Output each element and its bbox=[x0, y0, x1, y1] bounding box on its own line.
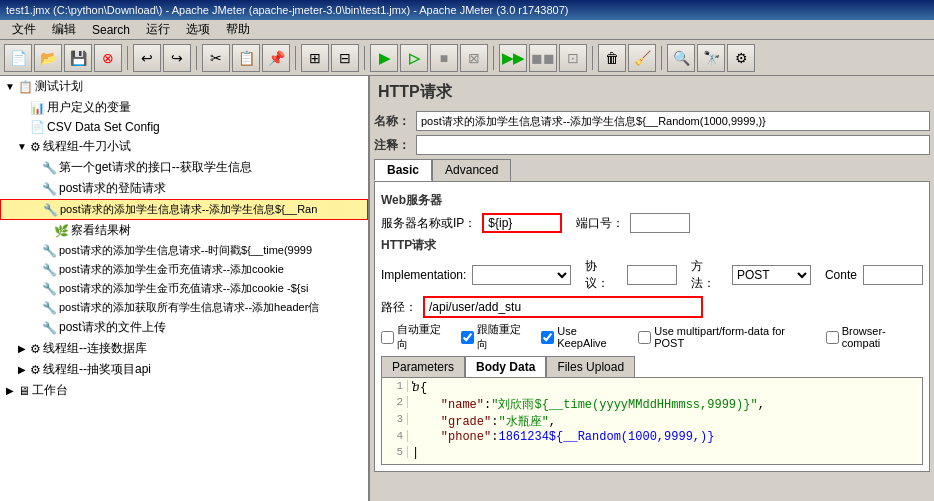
tab-parameters[interactable]: Parameters bbox=[381, 356, 465, 377]
server-input[interactable] bbox=[482, 213, 562, 233]
path-input[interactable] bbox=[423, 296, 703, 318]
stop-button[interactable]: ■ bbox=[430, 44, 458, 72]
tree-item-post-cookie2[interactable]: 🔧 post请求的添加学生金币充值请求--添加cookie -${si bbox=[0, 279, 368, 298]
name-input[interactable] bbox=[416, 111, 930, 131]
thread-icon: ⚙ bbox=[30, 140, 41, 154]
copy-button[interactable]: 📋 bbox=[232, 44, 260, 72]
post-header-icon: 🔧 bbox=[42, 301, 57, 315]
menu-run[interactable]: 运行 bbox=[138, 19, 178, 40]
settings-button[interactable]: ⚙ bbox=[727, 44, 755, 72]
content-encoding-label: Conte bbox=[825, 268, 857, 282]
json-val-grade: "水瓶座" bbox=[498, 415, 548, 429]
tree-item-thread-api[interactable]: ▶ ⚙ 线程组--抽奖项目api bbox=[0, 359, 368, 380]
tree-item-post-cookie[interactable]: 🔧 post请求的添加学生金币充值请求--添加cookie bbox=[0, 260, 368, 279]
toolbar-sep1 bbox=[127, 46, 128, 70]
protocol-input[interactable] bbox=[627, 265, 677, 285]
tree-item-workbench[interactable]: ▶ 🖥 工作台 bbox=[0, 380, 368, 401]
tree-item-post-header[interactable]: 🔧 post请求的添加获取所有学生信息请求--添加header信 bbox=[0, 298, 368, 317]
menu-options[interactable]: 选项 bbox=[178, 19, 218, 40]
http-request-header: HTTP请求 bbox=[381, 237, 923, 254]
tree-item-get-request[interactable]: 🔧 第一个get请求的接口--获取学生信息 bbox=[0, 157, 368, 178]
toolbar-sep2 bbox=[196, 46, 197, 70]
method-select[interactable]: POST GET PUT DELETE bbox=[732, 265, 811, 285]
cb3-checkbox[interactable] bbox=[541, 331, 554, 344]
code-editor: 1 ⴆ{ 2 "name":"刘欣雨${__time(yyyyMMddHHmms… bbox=[381, 377, 923, 465]
post-header-label: post请求的添加获取所有学生信息请求--添加header信 bbox=[59, 300, 319, 315]
port-input[interactable] bbox=[630, 213, 690, 233]
cb2-checkbox[interactable] bbox=[461, 331, 474, 344]
code-line-2: 2 "name":"刘欣雨${__time(yyyyMMddHHmmss,999… bbox=[384, 396, 920, 413]
toolbar-sep6 bbox=[592, 46, 593, 70]
cut-button[interactable]: ✂ bbox=[202, 44, 230, 72]
thread-db-icon: ⚙ bbox=[30, 342, 41, 356]
tab-advanced[interactable]: Advanced bbox=[432, 159, 511, 181]
comment-label: 注释： bbox=[374, 137, 410, 154]
path-label: 路径： bbox=[381, 299, 417, 316]
expand-button[interactable]: ⊞ bbox=[301, 44, 329, 72]
post-upload-icon: 🔧 bbox=[42, 321, 57, 335]
tree-item-post-login[interactable]: 🔧 post请求的登陆请求 bbox=[0, 178, 368, 199]
collapse-button[interactable]: ⊟ bbox=[331, 44, 359, 72]
tab-basic[interactable]: Basic bbox=[374, 159, 432, 181]
post-time-icon: 🔧 bbox=[42, 244, 57, 258]
tree-item-post-time[interactable]: 🔧 post请求的添加学生信息请求--时间戳${__time(9999 bbox=[0, 241, 368, 260]
result-label: 察看结果树 bbox=[71, 222, 131, 239]
cb4-label: Use multipart/form-data for POST bbox=[638, 325, 816, 349]
menu-file[interactable]: 文件 bbox=[4, 19, 44, 40]
remote-run-button[interactable]: ▶▶ bbox=[499, 44, 527, 72]
menu-search[interactable]: Search bbox=[84, 21, 138, 39]
play-start-button[interactable]: ▷ bbox=[400, 44, 428, 72]
menu-edit[interactable]: 编辑 bbox=[44, 19, 84, 40]
result-icon: 🌿 bbox=[54, 224, 69, 238]
implementation-select[interactable] bbox=[472, 265, 571, 285]
cb3-text: Use KeepAlive bbox=[557, 325, 628, 349]
clear-button[interactable]: 🗑 bbox=[598, 44, 626, 72]
tree-item-post-upload[interactable]: 🔧 post请求的文件上传 bbox=[0, 317, 368, 338]
toolbar-sep4 bbox=[364, 46, 365, 70]
method-label: 方法： bbox=[691, 258, 727, 292]
cb5-label: Browser-compati bbox=[826, 325, 923, 349]
redo-button[interactable]: ↪ bbox=[163, 44, 191, 72]
remote-stop-button[interactable]: ◼◼ bbox=[529, 44, 557, 72]
tree-item-csv[interactable]: 📄 CSV Data Set Config bbox=[0, 118, 368, 136]
post-time-label: post请求的添加学生信息请求--时间戳${__time(9999 bbox=[59, 243, 312, 258]
tree-item-thread-db[interactable]: ▶ ⚙ 线程组--连接数据库 bbox=[0, 338, 368, 359]
tab-files-upload[interactable]: Files Upload bbox=[546, 356, 635, 377]
clear-all-button[interactable]: 🧹 bbox=[628, 44, 656, 72]
json-val-phone: 1861234${__Random(1000,9999,)} bbox=[498, 430, 714, 444]
paste-button[interactable]: 📌 bbox=[262, 44, 290, 72]
binoculars-button[interactable]: 🔭 bbox=[697, 44, 725, 72]
tree-item-thread-group[interactable]: ▼ ⚙ 线程组-牛刀小试 bbox=[0, 136, 368, 157]
save-button[interactable]: 💾 bbox=[64, 44, 92, 72]
line-content-2: "name":"刘欣雨${__time(yyyyMMddHHmmss,9999)… bbox=[412, 396, 920, 413]
tree-item-user-vars[interactable]: 📊 用户定义的变量 bbox=[0, 97, 368, 118]
post-add-icon: 🔧 bbox=[43, 203, 58, 217]
tree-item-test-plan[interactable]: ▼ 📋 测试计划 bbox=[0, 76, 368, 97]
title-text: test1.jmx (C:\python\Download\) - Apache… bbox=[6, 4, 568, 16]
menu-help[interactable]: 帮助 bbox=[218, 19, 258, 40]
content-encoding-input[interactable] bbox=[863, 265, 923, 285]
search-button[interactable]: 🔍 bbox=[667, 44, 695, 72]
stop-now-button[interactable]: ⊠ bbox=[460, 44, 488, 72]
tab-content: Web服务器 服务器名称或IP： 端口号： HTTP请求 Implementat… bbox=[374, 181, 930, 472]
csv-icon: 📄 bbox=[30, 120, 45, 134]
comment-input[interactable] bbox=[416, 135, 930, 155]
checkbox-row: 自动重定向 跟随重定向 Use KeepAlive Use multipart/… bbox=[381, 322, 923, 352]
tab-body-data[interactable]: Body Data bbox=[465, 356, 546, 377]
remote-stop-now-button[interactable]: ⊡ bbox=[559, 44, 587, 72]
tree-item-post-add[interactable]: 🔧 post请求的添加学生信息请求--添加学生信息${__Ran bbox=[0, 199, 368, 220]
toolbar-sep7 bbox=[661, 46, 662, 70]
user-vars-label: 用户定义的变量 bbox=[47, 99, 131, 116]
new-button[interactable]: 📄 bbox=[4, 44, 32, 72]
cb5-checkbox[interactable] bbox=[826, 331, 839, 344]
undo-button[interactable]: ↩ bbox=[133, 44, 161, 72]
stop-red-button[interactable]: ⊗ bbox=[94, 44, 122, 72]
cb4-checkbox[interactable] bbox=[638, 331, 651, 344]
cb1-checkbox[interactable] bbox=[381, 331, 394, 344]
tree-item-result-tree[interactable]: 🌿 察看结果树 bbox=[0, 220, 368, 241]
tabs-container: Basic Advanced bbox=[374, 159, 930, 181]
open-button[interactable]: 📂 bbox=[34, 44, 62, 72]
line-num-2: 2 bbox=[384, 396, 408, 408]
cb2-text: 跟随重定向 bbox=[477, 322, 531, 352]
play-button[interactable]: ▶ bbox=[370, 44, 398, 72]
